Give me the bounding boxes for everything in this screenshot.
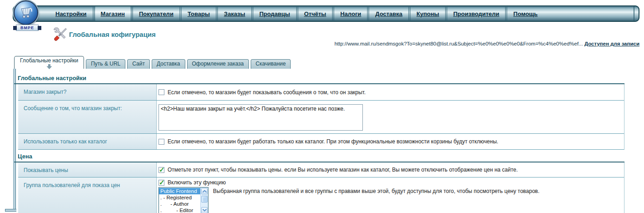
menu-separator: [296, 7, 299, 20]
menu-item-manufacturers[interactable]: Производители: [448, 6, 505, 21]
tab-checkout[interactable]: Оформление заказа: [187, 59, 249, 69]
tab-path-url[interactable]: Путь & URL: [86, 59, 125, 69]
listbox-scrollbar[interactable]: [200, 188, 208, 213]
row-catalog-only: Использовать только как каталог Если отм…: [18, 134, 624, 150]
menu-item-settings[interactable]: Настройки: [50, 6, 92, 21]
row-label: Показывать цены: [18, 162, 157, 177]
config-url-text: http://www.mail.ru/sendmsgok?To=skynet80…: [334, 41, 583, 46]
menu-item-reports[interactable]: Отчёты: [299, 6, 332, 21]
row-value: Включить эту функцию Public Frontend . -…: [157, 178, 624, 213]
menu-separator: [408, 7, 411, 20]
menu-item-customers[interactable]: Покупатели: [134, 6, 179, 21]
row-price-user-group: Группа пользователей для показа цен Вклю…: [18, 178, 624, 213]
row-closed-message: Сообщение о том, что магазин закрыт: <h2…: [18, 101, 624, 134]
list-item[interactable]: . - Registered: [159, 194, 200, 201]
main-menu: Настройки Магазин Покупатели Товары Зака…: [50, 6, 543, 21]
store-closed-checkbox[interactable]: [159, 89, 164, 95]
scroll-up-button[interactable]: [201, 188, 208, 194]
row-store-closed: Магазин закрыт? Если отмечено, то магази…: [18, 84, 624, 101]
settings-table: Магазин закрыт? Если отмечено, то магази…: [18, 84, 624, 150]
show-prices-checkbox[interactable]: [159, 167, 164, 173]
row-value: <h2>Наш магазин закрыт на учёт.</h2> Пож…: [157, 101, 624, 133]
closed-message-textarea[interactable]: <h2>Наш магазин закрыт на учёт.</h2> Пож…: [159, 104, 363, 131]
logo-ribbon: BMPE: [16, 25, 39, 31]
config-path-line: http://www.mail.ru/sendmsgok?To=skynet80…: [334, 41, 639, 46]
user-group-options: Public Frontend . - Registered . - Autho…: [159, 188, 200, 213]
writable-status-link[interactable]: Доступен для записи: [585, 41, 639, 46]
menu-separator: [92, 7, 95, 20]
tab-shipping[interactable]: Доставка: [152, 59, 185, 69]
menu-item-orders[interactable]: Заказы: [218, 6, 251, 21]
row-label: Магазин закрыт?: [18, 84, 157, 100]
list-item[interactable]: . - Editor: [159, 207, 200, 213]
row-value: Отметьте этот пункт, чтобы показывать це…: [157, 162, 624, 177]
row-value: Если отмечено, то магазин будет работать…: [157, 134, 624, 149]
row-label: Группа пользователей для показа цен: [18, 178, 157, 213]
menu-separator: [367, 7, 370, 20]
section-title-price: Цена: [14, 150, 624, 162]
enable-function-line: Включить эту функцию: [159, 179, 226, 186]
navbar-right-cap: [634, 6, 634, 21]
settings-tabbar: Глобальные настройки Путь & URL Сайт Дос…: [14, 56, 292, 69]
row-description: Если отмечено, то магазин будет работать…: [168, 138, 498, 145]
tab-label: Глобальные настройки: [20, 58, 78, 64]
menu-item-shipping[interactable]: Доставка: [370, 6, 408, 21]
menu-separator: [332, 7, 335, 20]
catalog-only-checkbox[interactable]: [159, 139, 164, 145]
price-table: Показывать цены Отметьте этот пункт, что…: [18, 162, 624, 213]
user-group-listbox[interactable]: Public Frontend . - Registered . - Autho…: [159, 187, 208, 213]
section-title-global: Глобальные настройки: [14, 71, 624, 84]
menu-separator: [505, 7, 508, 20]
menu-separator: [445, 7, 448, 20]
scroll-thumb[interactable]: [201, 196, 208, 203]
enable-function-checkbox[interactable]: [159, 180, 164, 186]
row-label: Использовать только как каталог: [18, 134, 157, 149]
menu-item-coupons[interactable]: Купоны: [411, 6, 445, 21]
tab-downloads[interactable]: Скачивание: [251, 59, 291, 69]
row-description: Выбранная группа пользователей и все гру…: [213, 187, 540, 194]
list-item[interactable]: Public Frontend: [159, 188, 200, 194]
menu-item-taxes[interactable]: Налоги: [335, 6, 367, 21]
down-arrow-icon: [46, 64, 52, 71]
row-label: Сообщение о том, что магазин закрыт:: [18, 101, 157, 133]
tab-site[interactable]: Сайт: [127, 59, 150, 69]
user-group-block: Public Frontend . - Registered . - Autho…: [159, 187, 540, 213]
app-logo[interactable]: [14, 0, 38, 25]
scroll-down-button[interactable]: [201, 207, 208, 213]
row-value: Если отмечено, то магазин будет показыва…: [157, 84, 624, 100]
menu-item-products[interactable]: Товары: [182, 6, 215, 21]
list-item[interactable]: . - Author: [159, 201, 200, 207]
menu-separator: [179, 7, 182, 20]
enable-function-label: Включить эту функцию: [168, 179, 226, 186]
shopping-cart-icon: [18, 4, 34, 22]
menu-item-store[interactable]: Магазин: [95, 6, 130, 21]
row-description: Если отмечено, то магазин будет показыва…: [168, 89, 366, 96]
global-config-form: Глобальные настройки Магазин закрыт? Есл…: [14, 71, 624, 213]
row-show-prices: Показывать цены Отметьте этот пункт, что…: [18, 162, 624, 178]
menu-separator: [130, 7, 134, 20]
tools-icon: [53, 27, 67, 41]
tab-global-settings[interactable]: Глобальные настройки: [14, 56, 84, 69]
page-title: Глобальная кофигурация: [69, 30, 156, 38]
row-description: Отметьте этот пункт, чтобы показывать це…: [168, 167, 518, 173]
menu-item-vendors[interactable]: Продавцы: [254, 6, 296, 21]
menu-item-help[interactable]: Помощь: [508, 6, 543, 21]
menu-separator: [251, 7, 254, 20]
menu-separator: [215, 7, 218, 20]
top-navbar: Настройки Магазин Покупатели Товары Зака…: [13, 5, 639, 22]
